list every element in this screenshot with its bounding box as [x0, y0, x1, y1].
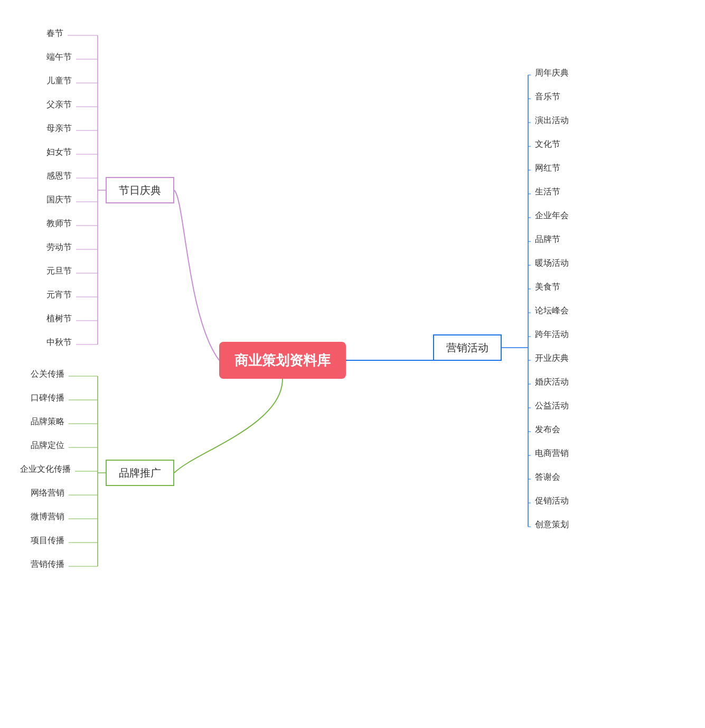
branch-node-jieri: 节日庆典 [106, 177, 174, 203]
leaf-jieri-植树节: 植树节 [42, 311, 76, 326]
leaf-jieri-春节: 春节 [42, 26, 68, 41]
leaf-yingxiao-暖场活动: 暖场活动 [531, 256, 573, 271]
center-label: 商业策划资料库 [234, 351, 331, 370]
leaf-jieri-劳动节: 劳动节 [42, 240, 76, 255]
leaf-jieri-元宵节: 元宵节 [42, 287, 76, 303]
leaf-yingxiao-论坛峰会: 论坛峰会 [531, 303, 573, 319]
leaf-jieri-中秋节: 中秋节 [42, 335, 76, 350]
leaf-pinpai-企业文化传播: 企业文化传播 [16, 462, 75, 477]
leaf-yingxiao-开业庆典: 开业庆典 [531, 351, 573, 366]
leaf-jieri-儿童节: 儿童节 [42, 73, 76, 89]
leaf-jieri-国庆节: 国庆节 [42, 192, 76, 208]
leaf-jieri-端午节: 端午节 [42, 50, 76, 65]
leaf-yingxiao-电商营销: 电商营销 [531, 446, 573, 461]
connections-svg [0, 0, 705, 728]
leaf-yingxiao-发布会: 发布会 [531, 422, 565, 437]
leaf-yingxiao-答谢会: 答谢会 [531, 470, 565, 485]
leaf-yingxiao-婚庆活动: 婚庆活动 [531, 375, 573, 390]
leaf-jieri-父亲节: 父亲节 [42, 97, 76, 113]
leaf-yingxiao-公益活动: 公益活动 [531, 398, 573, 414]
mind-map: 商业策划资料库 节日庆典品牌推广营销活动 春节端午节儿童节父亲节母亲节妇女节感恩… [0, 0, 705, 728]
leaf-pinpai-口碑传播: 口碑传播 [26, 390, 69, 406]
leaf-pinpai-公关传播: 公关传播 [26, 367, 69, 382]
leaf-pinpai-项目传播: 项目传播 [26, 533, 69, 548]
leaf-yingxiao-企业年会: 企业年会 [531, 208, 573, 223]
branch-node-pinpai: 品牌推广 [106, 460, 174, 486]
leaf-yingxiao-演出活动: 演出活动 [531, 113, 573, 128]
leaf-pinpai-品牌定位: 品牌定位 [26, 438, 69, 453]
leaf-pinpai-营销传播: 营销传播 [26, 557, 69, 572]
leaf-yingxiao-网红节: 网红节 [531, 161, 565, 176]
leaf-yingxiao-文化节: 文化节 [531, 137, 565, 152]
leaf-yingxiao-创意策划: 创意策划 [531, 517, 573, 533]
leaf-yingxiao-音乐节: 音乐节 [531, 89, 565, 105]
leaf-jieri-教师节: 教师节 [42, 216, 76, 231]
leaf-yingxiao-生活节: 生活节 [531, 184, 565, 200]
leaf-yingxiao-品牌节: 品牌节 [531, 232, 565, 247]
leaf-jieri-妇女节: 妇女节 [42, 145, 76, 160]
leaf-yingxiao-美食节: 美食节 [531, 279, 565, 295]
leaf-pinpai-微博营销: 微博营销 [26, 509, 69, 525]
leaf-jieri-元旦节: 元旦节 [42, 264, 76, 279]
center-node: 商业策划资料库 [219, 342, 346, 379]
leaf-pinpai-品牌策略: 品牌策略 [26, 414, 69, 430]
leaf-jieri-母亲节: 母亲节 [42, 121, 76, 136]
leaf-yingxiao-跨年活动: 跨年活动 [531, 327, 573, 342]
leaf-pinpai-网络营销: 网络营销 [26, 486, 69, 501]
branch-node-yingxiao: 营销活动 [433, 334, 502, 361]
leaf-jieri-感恩节: 感恩节 [42, 169, 76, 184]
leaf-yingxiao-周年庆典: 周年庆典 [531, 66, 573, 81]
leaf-yingxiao-促销活动: 促销活动 [531, 493, 573, 509]
